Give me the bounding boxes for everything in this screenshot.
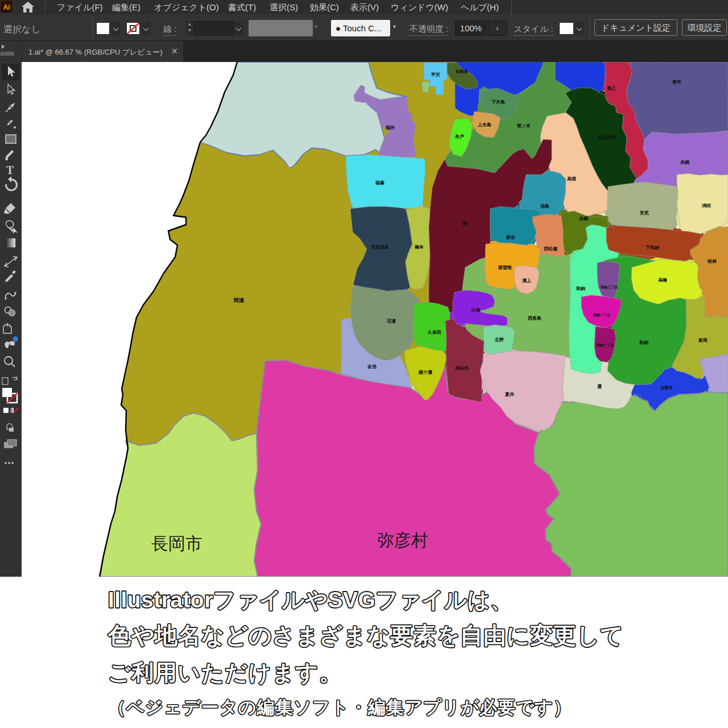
svg-text:ご利用いただけます。: ご利用いただけます。 [108,660,341,685]
svg-text:高畑: 高畑 [567,176,576,181]
svg-text:新谷: 新谷 [506,234,516,240]
svg-text:巻乙: 巻乙 [606,86,616,91]
svg-text:久保田: 久保田 [427,330,441,335]
svg-text:和納三丁目: 和納三丁目 [600,285,618,289]
svg-text:色や地名などのさまざまな要素を自由に変更して: 色や地名などのさまざまな要素を自由に変更して [107,623,623,648]
svg-text:金池: 金池 [367,364,377,369]
svg-text:宮山新田: 宮山新田 [597,134,615,140]
svg-text:富岡: 富岡 [698,337,708,343]
svg-text:西松越: 西松越 [544,246,557,251]
svg-text:IllustratorファイルやSVGファイルは、: IllustratorファイルやSVGファイルは、 [108,588,512,612]
svg-text:横曽根: 横曽根 [498,264,512,270]
svg-text:栄: 栄 [462,221,468,226]
svg-text:石瀬: 石瀬 [386,318,396,324]
svg-text:長岡市: 長岡市 [151,534,202,553]
svg-text:高橋: 高橋 [658,277,667,283]
svg-text:橋本: 橋本 [414,245,424,250]
svg-text:潟頭: 潟頭 [701,203,711,208]
svg-text:間瀬: 間瀬 [234,297,244,303]
svg-text:夏井: 夏井 [504,392,515,397]
svg-text:弥彦村: 弥彦村 [377,531,428,549]
svg-text:溝上: 溝上 [522,278,531,283]
svg-text:北野: 北野 [494,337,504,342]
svg-text:T: T [6,164,14,176]
svg-text:南谷内: 南谷内 [455,366,469,371]
svg-text:菅ノ木: 菅ノ木 [516,123,531,129]
svg-text:（ベジェデータの編集ソフト・編集アプリが必要です）: （ベジェデータの編集ソフト・編集アプリが必要です） [108,697,571,717]
svg-text:桜林: 桜林 [707,259,717,264]
svg-text:赤鏑: 赤鏑 [680,160,689,165]
svg-text:鐘ケ瀬: 鐘ケ瀬 [418,370,432,375]
svg-text:麓: 麓 [597,384,602,389]
svg-text:油島: 油島 [540,204,549,209]
svg-text:岩室温泉: 岩室温泉 [370,244,389,250]
svg-text:安尻: 安尻 [639,210,649,216]
svg-text:松郷屋: 松郷屋 [456,69,468,74]
svg-text:西長島: 西長島 [528,316,541,321]
svg-text:平沢: 平沢 [431,72,441,77]
svg-text:巻甲: 巻甲 [672,80,681,85]
svg-text:和納: 和納 [639,340,648,345]
svg-text:上木島: 上木島 [477,122,491,127]
svg-text:福井: 福井 [385,125,395,130]
svg-text:福暮: 福暮 [375,180,385,185]
svg-text:和納二丁目: 和納二丁目 [593,313,610,317]
svg-text:下木島: 下木島 [491,100,505,105]
svg-text:浜富田: 浜富田 [661,385,673,390]
svg-text:赤鏑: 赤鏑 [578,216,588,221]
svg-text:和納一丁目: 和納一丁目 [596,343,614,348]
svg-text:和納: 和納 [576,286,585,291]
svg-text:舟戸: 舟戸 [454,134,464,139]
svg-text:下和納: 下和納 [645,245,659,250]
svg-text:白鳥: 白鳥 [471,308,481,313]
